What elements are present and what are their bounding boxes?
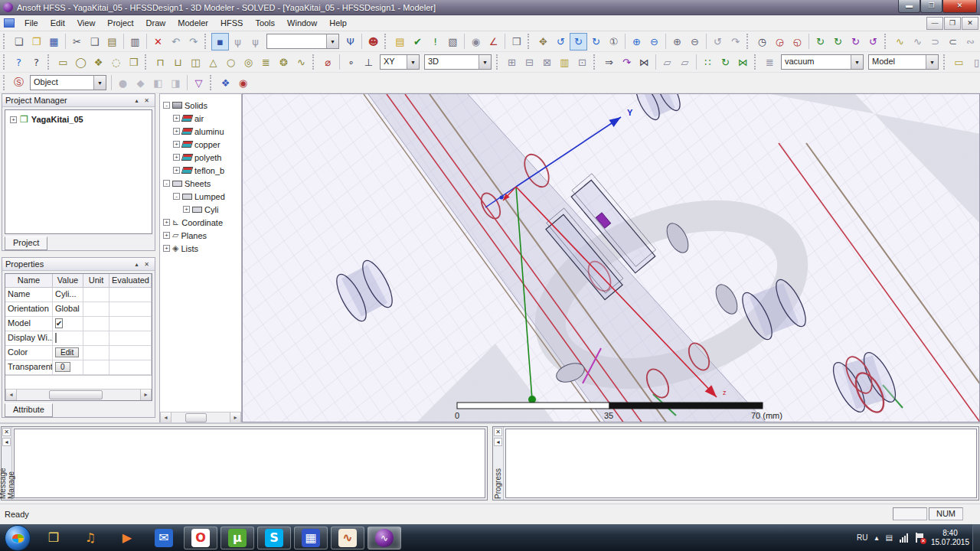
language-indicator[interactable]: RU — [857, 533, 867, 542]
hidden-icons-chevron[interactable]: ▴ — [874, 533, 878, 542]
close-button[interactable]: ✕ — [942, 0, 977, 13]
zoom-in-button[interactable]: ⊕ — [668, 33, 686, 51]
mail-taskbar-button[interactable]: ✉ — [147, 527, 181, 549]
expand-icon[interactable]: + — [173, 167, 180, 174]
help-pointer-button[interactable]: ? — [10, 54, 28, 71]
boundary-display-button[interactable]: ❖ — [217, 74, 234, 92]
draw-segmented-cylinder-button[interactable]: ⊔ — [169, 54, 187, 71]
property-value[interactable]: Edit — [53, 346, 83, 360]
expand-icon[interactable]: + — [10, 116, 17, 123]
draw-regular-polygon-button[interactable]: ❖ — [90, 54, 107, 71]
checkbox[interactable]: ✔ — [55, 318, 63, 328]
mdi-document-icon[interactable] — [4, 18, 15, 28]
scroll-thumb[interactable] — [185, 413, 207, 422]
measure-length-button[interactable]: ψ — [247, 33, 264, 51]
section-yz-button[interactable]: ▱ — [676, 54, 694, 71]
open-file-button[interactable]: ❐ — [28, 33, 45, 51]
backup-tool-taskbar-button[interactable]: ▦ — [294, 527, 328, 549]
view-redo-button[interactable]: ↷ — [727, 33, 744, 51]
opera-taskbar-button[interactable]: O — [184, 527, 217, 549]
analyze-all-button[interactable]: ! — [426, 33, 444, 51]
tree-item-solids[interactable]: -Solids — [162, 99, 241, 112]
draw-regular-polyhedron-button[interactable]: ◫ — [187, 54, 204, 71]
apply-mesh-2-button[interactable]: ↻ — [829, 33, 847, 51]
expand-icon[interactable]: + — [163, 245, 170, 252]
model-tree-hscrollbar[interactable]: ◂ ▸ — [160, 412, 241, 422]
chevron-down-icon[interactable]: ▼ — [93, 76, 106, 90]
select-face-ghost-button[interactable]: ◧ — [149, 74, 167, 92]
scroll-left-button[interactable]: ◂ — [160, 412, 172, 423]
menu-window[interactable]: Window — [281, 17, 323, 29]
tree-item-air[interactable]: +air — [162, 112, 241, 125]
toolbar-grip[interactable] — [943, 54, 947, 70]
restore-button[interactable]: ❐ — [920, 0, 942, 13]
scroll-left-button[interactable]: ◂ — [5, 390, 17, 400]
selection-filter-button[interactable]: ▽ — [190, 74, 207, 92]
draw-point-button[interactable]: ∘ — [342, 54, 360, 71]
results-button[interactable]: ▧ — [444, 33, 462, 51]
section-xy-button[interactable]: ▱ — [658, 54, 676, 71]
chevron-down-icon[interactable]: ▼ — [479, 55, 491, 69]
draw-equation-curve-button[interactable]: ∾ — [962, 33, 979, 51]
expand-icon[interactable]: + — [173, 115, 180, 122]
object-type-combo[interactable]: Model▼ — [868, 54, 939, 70]
toolbar-grip[interactable] — [528, 34, 531, 49]
tree-item-lumped[interactable]: -Lumped — [162, 190, 241, 203]
new-object-type-button[interactable]: ▭ — [950, 54, 968, 71]
layers-button[interactable]: ≣ — [761, 54, 779, 71]
draw-rectangle-button[interactable]: ▭ — [54, 54, 72, 71]
transparent-button[interactable]: 0 — [55, 362, 70, 372]
toolbar-grip[interactable] — [746, 34, 750, 49]
tree-item-polyeth[interactable]: +polyeth — [162, 151, 241, 164]
expand-icon[interactable]: + — [163, 232, 170, 239]
mirror-button[interactable]: ⋈ — [635, 54, 653, 71]
media-player-taskbar-button[interactable]: ▶ — [110, 527, 144, 549]
optimetrics-2-button[interactable]: ↺ — [864, 33, 882, 51]
draw-udp-button[interactable]: ⌀ — [319, 54, 337, 71]
solution-data-button[interactable]: ▤ — [391, 33, 409, 51]
toolbar-grip[interactable] — [884, 34, 888, 49]
undo-button[interactable]: ↶ — [167, 33, 185, 51]
toolbar-grip[interactable] — [145, 54, 149, 70]
duplicate-mirror-button[interactable]: ⋈ — [734, 54, 752, 71]
select-mode-button[interactable]: ▪ — [211, 33, 229, 51]
toolbar-grip[interactable] — [47, 54, 51, 70]
modeler-3d-viewport[interactable]: Y z 0 35 70 (mm) — [242, 93, 980, 422]
expand-icon[interactable]: + — [183, 206, 190, 213]
toolbar-grip[interactable] — [754, 54, 758, 70]
paste-button[interactable]: ▤ — [103, 33, 121, 51]
view-undo-button[interactable]: ↺ — [709, 33, 727, 51]
collapse-panel-button[interactable]: ▴ — [132, 259, 142, 269]
clipboard-tray-icon[interactable]: ▤ — [885, 533, 892, 542]
menu-help[interactable]: Help — [323, 17, 353, 29]
expand-icon[interactable]: - — [163, 180, 170, 187]
scroll-right-button[interactable]: ▸ — [140, 390, 152, 400]
menu-project[interactable]: Project — [101, 17, 139, 29]
validate-button[interactable]: ✔ — [409, 33, 426, 51]
child-close-button[interactable]: ✕ — [962, 17, 978, 30]
radiation-display-button[interactable]: ◉ — [234, 74, 252, 92]
collapse-panel-button[interactable]: ▴ — [132, 96, 142, 105]
start-button[interactable] — [5, 525, 31, 551]
progress-content[interactable] — [505, 429, 977, 498]
toolbar-grip[interactable] — [384, 34, 388, 49]
expand-icon[interactable]: + — [163, 219, 170, 226]
project-tree-root[interactable]: + ❐ YagaKitai_05 — [5, 110, 152, 125]
draw-plane-button[interactable]: ⊥ — [360, 54, 377, 71]
ansoft-hfss-taskbar-button[interactable]: ∿ — [368, 527, 401, 549]
close-panel-button[interactable]: ✕ — [142, 96, 152, 105]
checkbox[interactable] — [55, 333, 57, 343]
snap-mode-button[interactable]: Ⓢ — [10, 74, 28, 92]
scroll-right-button[interactable]: ▸ — [230, 412, 241, 423]
toolbar-grip[interactable] — [3, 34, 7, 49]
solve-setup-button[interactable]: ◷ — [753, 33, 771, 51]
property-value[interactable] — [53, 331, 83, 346]
measure-position-button[interactable]: ψ — [229, 33, 247, 51]
skype-taskbar-button[interactable]: S — [257, 527, 291, 549]
intersect-button[interactable]: ⊠ — [538, 54, 556, 71]
tree-item-teflon_b[interactable]: +teflon_b — [162, 164, 241, 177]
apply-mesh-1-button[interactable]: ↻ — [812, 33, 829, 51]
select-object-ghost-2-button[interactable]: ◆ — [132, 74, 149, 92]
chevron-down-icon[interactable]: ▼ — [926, 55, 938, 69]
optimetrics-1-button[interactable]: ↻ — [847, 33, 864, 51]
